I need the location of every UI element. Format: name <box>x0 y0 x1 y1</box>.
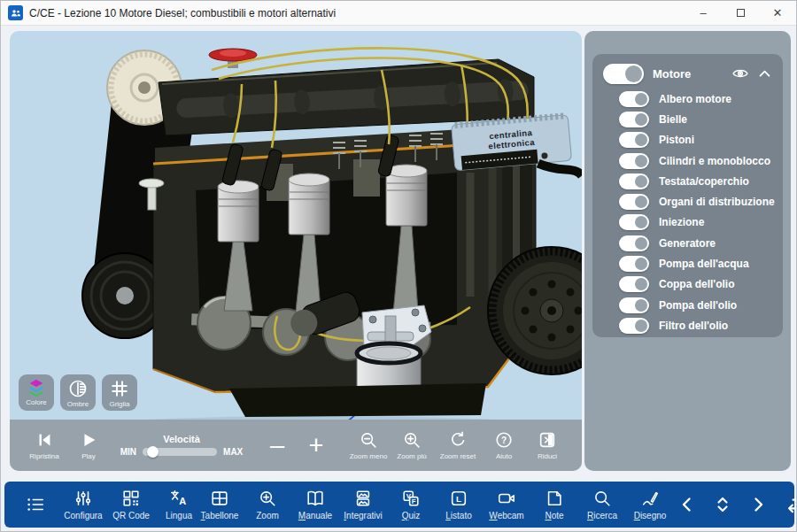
svg-text:F: F <box>412 497 416 505</box>
zoom-reset-button[interactable]: Zoom reset <box>435 430 481 460</box>
ombre-button[interactable]: Ombre <box>60 374 96 411</box>
toggle-pompa-dell-olio[interactable] <box>619 297 649 313</box>
plus-button[interactable]: + <box>297 433 336 459</box>
layers-sidebar: Motore Albero motoreBiellePistoniCilindr… <box>584 31 791 471</box>
toolbar-label: Note <box>545 511 563 520</box>
toolbar-button-tabellone[interactable]: Tabellone <box>199 482 240 528</box>
toolbar-label: Webcam <box>489 511 523 520</box>
speed-control: Velocità MIN MAX <box>116 434 247 457</box>
zoom-in-button[interactable]: Zoom più <box>392 430 431 460</box>
overlay-label: Ombre <box>67 400 89 408</box>
svg-text:A: A <box>179 496 186 506</box>
sidebar-item-pompa-dell-acqua: Pompa dell'acqua <box>603 253 772 274</box>
draw-icon <box>640 489 660 508</box>
toggle-coppa-dell-olio[interactable] <box>619 276 649 292</box>
toolbar-button-configura[interactable]: Configura <box>63 482 104 528</box>
label-pistoni: Pistoni <box>659 134 694 146</box>
toggle-organi-di-distribuzione[interactable] <box>619 194 649 210</box>
playback-bar: Ripristina Play Velocità MIN MAX – + Zoo… <box>10 420 582 471</box>
prev-button[interactable] <box>670 482 704 528</box>
play-icon <box>79 430 98 450</box>
bullet-list-icon <box>26 495 45 514</box>
help-button[interactable]: ? Aiuto <box>484 430 523 460</box>
sidebar-item-bielle: Bielle <box>603 109 772 129</box>
toolbar-button-note[interactable]: Note <box>534 482 575 528</box>
toggle-albero-motore[interactable] <box>619 91 649 107</box>
reduce-button[interactable]: Riduci <box>525 430 569 460</box>
label-albero-motore: Albero motore <box>659 93 731 105</box>
toggle-testata-coperchio[interactable] <box>619 173 649 189</box>
webcam-icon <box>497 489 516 508</box>
sidebar-item-generatore: Generatore <box>603 233 772 253</box>
layers-icon <box>26 378 47 397</box>
sidebar-item-pompa-dell-olio: Pompa dell'olio <box>603 295 772 315</box>
motore-panel: Motore Albero motoreBiellePistoniCilindr… <box>592 54 783 337</box>
next-button[interactable] <box>741 482 775 528</box>
toolbar-label: Ricerca <box>587 511 617 520</box>
griglia-button[interactable]: Griglia <box>102 374 137 411</box>
toggle-filtro-dell-olio[interactable] <box>619 318 649 334</box>
help-icon: ? <box>494 430 514 450</box>
toolbar-button-quiz[interactable]: VFQuiz <box>391 482 431 528</box>
toolbar-button-listato[interactable]: LListato <box>438 482 479 528</box>
motore-toggle[interactable] <box>603 64 644 84</box>
skip-start-icon <box>35 430 54 450</box>
note-icon <box>545 489 564 508</box>
return-button[interactable] <box>777 482 797 528</box>
collapse-chevron-icon[interactable] <box>757 66 772 81</box>
zoom-in-icon <box>402 430 422 450</box>
3d-viewport[interactable]: centralina elettronica <box>10 31 582 471</box>
sidebar-item-testata-coperchio: Testata/coperchio <box>603 171 772 191</box>
toggle-bielle[interactable] <box>619 112 649 127</box>
label-organi-di-distribuzione: Organi di distribuzione <box>659 196 775 208</box>
zoom-out-button[interactable]: Zoom meno <box>348 430 389 460</box>
label-coppa-dell-olio: Coppa dell'olio <box>659 278 735 290</box>
speed-slider-knob[interactable] <box>147 446 159 458</box>
svg-text:?: ? <box>501 436 507 445</box>
play-button[interactable]: Play <box>66 430 111 460</box>
toolbar-button-integrativi[interactable]: Integrativi <box>343 482 383 528</box>
label-pompa-dell-acqua: Pompa dell'acqua <box>659 258 749 270</box>
maximize-button[interactable] <box>722 1 759 25</box>
speed-slider[interactable] <box>143 448 217 456</box>
minimize-button[interactable]: – <box>685 1 722 25</box>
sliders-icon <box>74 489 93 508</box>
eye-icon[interactable] <box>731 65 749 82</box>
label-generatore: Generatore <box>659 237 716 250</box>
colore-button[interactable]: Colore <box>19 374 54 411</box>
toolbar-label: Zoom <box>256 511 279 520</box>
toolbar-button-webcam[interactable]: Webcam <box>486 482 527 528</box>
overlay-label: Griglia <box>109 400 129 408</box>
window-controls: – ✕ <box>685 1 796 25</box>
tabellone-icon <box>210 489 229 508</box>
toggle-generatore[interactable] <box>619 235 649 251</box>
restart-button[interactable]: Ripristina <box>22 430 66 460</box>
toolbar-button-zoom[interactable]: Zoom <box>247 482 288 528</box>
toolbar-button-disegno[interactable]: Disegno <box>630 482 670 528</box>
expand-collapse-button[interactable] <box>706 482 739 528</box>
toolbar-button-qr-code[interactable]: QR Code <box>111 482 151 528</box>
zoom-reset-icon <box>448 430 468 450</box>
toolbar-button-bullet-list[interactable] <box>15 482 56 528</box>
label-iniezione: Iniezione <box>659 216 704 228</box>
sidebar-item-pistoni: Pistoni <box>603 130 772 150</box>
sidebar-item-coppa-dell-olio: Coppa dell'olio <box>603 274 772 295</box>
label-cilindri-e-monoblocco: Cilindri e monoblocco <box>659 155 770 167</box>
toggle-pompa-dell-acqua[interactable] <box>619 256 649 272</box>
lang-icon: A <box>169 489 189 508</box>
book-icon <box>306 489 325 508</box>
panel-header: Motore <box>603 62 772 85</box>
sidebar-item-organi-di-distribuzione: Organi di distribuzione <box>603 191 772 212</box>
toolbar-button-manuale[interactable]: Manuale <box>295 482 336 528</box>
close-button[interactable]: ✕ <box>759 1 796 25</box>
toolbar-label: Configura <box>64 511 102 520</box>
toolbar-button-ricerca[interactable]: Ricerca <box>582 482 623 528</box>
main-toolbar: ConfiguraQR CodeALingua TabelloneZoomMan… <box>4 482 794 528</box>
toggle-cilindri-e-monoblocco[interactable] <box>619 153 649 169</box>
toolbar-button-lingua[interactable]: ALingua <box>159 482 199 528</box>
speed-max-label: MAX <box>223 447 243 457</box>
minus-button[interactable]: – <box>258 433 297 459</box>
toggle-pistoni[interactable] <box>619 132 649 148</box>
toggle-iniezione[interactable] <box>619 214 649 230</box>
app-icon <box>8 5 23 20</box>
